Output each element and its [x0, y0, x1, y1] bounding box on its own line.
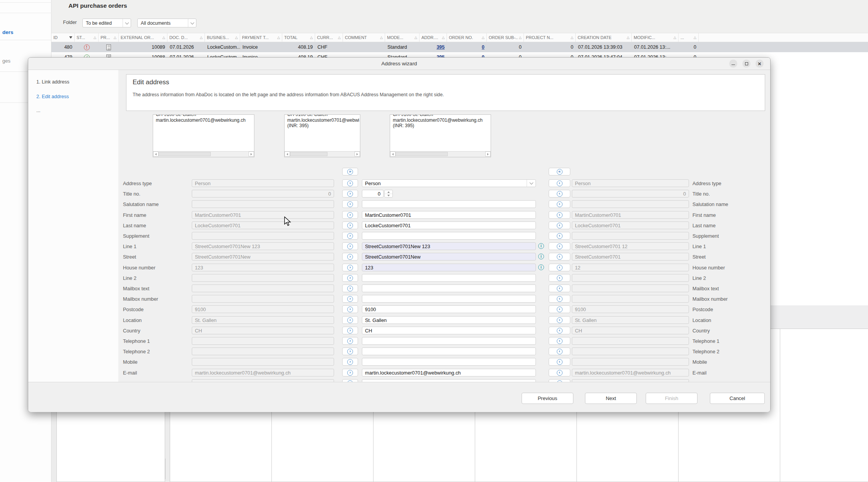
- column-header-comment[interactable]: COMMENT△: [343, 33, 385, 42]
- documents-filter-select[interactable]: All documents: [137, 19, 196, 27]
- copy-right-button[interactable]: ›: [342, 295, 358, 303]
- sidebar-item-purchase-orders[interactable]: ders: [2, 29, 51, 35]
- hscrollbar-thumb[interactable]: [159, 152, 211, 156]
- column-header-more[interactable]: ...△: [679, 33, 699, 42]
- scroll-right-button[interactable]: [355, 152, 360, 157]
- copy-right-button[interactable]: ›: [342, 369, 358, 376]
- copy-right-button[interactable]: ›: [342, 179, 358, 187]
- copy-left-button[interactable]: ‹: [549, 316, 570, 324]
- edit-field[interactable]: [362, 379, 536, 382]
- dialog-titlebar[interactable]: Address wizard ×: [28, 58, 770, 70]
- edit-field[interactable]: StreetCustomer0701New: [362, 253, 536, 261]
- copy-right-button[interactable]: ›: [342, 242, 358, 250]
- edit-field[interactable]: martin.lockecustomer0701@webwirkung.ch: [362, 369, 536, 376]
- cancel-button[interactable]: Cancel: [710, 393, 765, 404]
- hscrollbar-thumb[interactable]: [290, 152, 327, 156]
- copy-left-button[interactable]: ‹: [549, 221, 570, 229]
- copy-right-button[interactable]: ›: [342, 358, 358, 366]
- edit-field[interactable]: 123: [362, 264, 536, 271]
- copy-right-button[interactable]: ›: [342, 284, 358, 292]
- hscrollbar-thumb[interactable]: [396, 152, 448, 156]
- panel-horizontal-scrollbar[interactable]: [390, 151, 491, 157]
- wizard-step-edit-address[interactable]: 2. Edit address: [36, 94, 69, 99]
- copy-left-button[interactable]: ‹: [549, 264, 570, 271]
- copy-left-button[interactable]: ‹: [549, 337, 570, 345]
- copy-right-button[interactable]: ›: [342, 200, 358, 208]
- spinner-down-button[interactable]: [385, 194, 392, 197]
- minimize-button[interactable]: [729, 60, 737, 68]
- copy-left-button[interactable]: ‹: [549, 190, 570, 198]
- chevron-down-icon[interactable]: [527, 180, 535, 187]
- addr-link[interactable]: 395: [437, 55, 445, 57]
- copy-right-button[interactable]: ›: [342, 221, 358, 229]
- column-header-project[interactable]: PROJECT N...△: [524, 33, 576, 42]
- close-button[interactable]: ×: [755, 60, 764, 68]
- copy-right-button[interactable]: ›: [342, 347, 358, 355]
- copy-left-button[interactable]: ‹: [549, 327, 570, 334]
- copy-right-button[interactable]: ›: [342, 327, 358, 334]
- column-header-status[interactable]: ST...△: [75, 33, 99, 42]
- edit-field[interactable]: CH: [362, 327, 536, 334]
- copy-left-button[interactable]: ‹: [549, 379, 570, 382]
- column-header-order_sub[interactable]: ORDER SUB-...△: [487, 33, 524, 42]
- table-row[interactable]: 480!1008907.01.2026LockeCustom...Invoice…: [51, 42, 868, 52]
- order_no-link[interactable]: 0: [482, 55, 484, 57]
- copy-left-button[interactable]: ‹: [549, 295, 570, 303]
- copy-right-button[interactable]: ›: [342, 305, 358, 313]
- column-header-currency[interactable]: CURR...△: [315, 33, 343, 42]
- copy-left-button[interactable]: ‹: [549, 358, 570, 366]
- next-button[interactable]: Next: [585, 393, 637, 404]
- copy-right-button[interactable]: ›: [342, 190, 358, 198]
- copy-left-button[interactable]: ‹: [549, 274, 570, 282]
- column-header-doc_date[interactable]: DOC. D...△: [167, 33, 205, 42]
- scroll-right-button[interactable]: [249, 152, 254, 157]
- edit-field[interactable]: [362, 337, 536, 345]
- edit-field[interactable]: [362, 295, 536, 303]
- scroll-left-button[interactable]: [390, 152, 396, 157]
- panel-horizontal-scrollbar[interactable]: [153, 151, 254, 157]
- column-header-modified[interactable]: MODIFIC...△: [632, 33, 679, 42]
- edit-field[interactable]: MartinCustomer0701: [362, 211, 536, 219]
- wizard-step-more[interactable]: ...: [36, 108, 41, 113]
- addr-link[interactable]: 395: [437, 44, 445, 50]
- copy-all-left-button[interactable]: «: [549, 168, 570, 175]
- panel-horizontal-scrollbar[interactable]: [285, 151, 360, 157]
- copy-left-button[interactable]: ‹: [549, 305, 570, 313]
- number-spinner[interactable]: [384, 190, 393, 198]
- copy-right-button[interactable]: ›: [342, 264, 358, 271]
- column-header-pr[interactable]: PR...△: [99, 33, 119, 42]
- column-header-total[interactable]: TOTAL△: [282, 33, 315, 42]
- edit-field[interactable]: 9100: [362, 305, 536, 313]
- column-header-external_order[interactable]: EXTERNAL OR...△: [119, 33, 167, 42]
- edit-field[interactable]: LockeCustomer0701: [362, 221, 536, 229]
- column-header-business[interactable]: BUSINES...△: [205, 33, 240, 42]
- maximize-button[interactable]: [742, 60, 750, 68]
- column-header-addr[interactable]: ADDR....△: [420, 33, 447, 42]
- copy-right-button[interactable]: ›: [342, 316, 358, 324]
- edit-field[interactable]: [362, 200, 536, 208]
- copy-left-button[interactable]: ‹: [549, 253, 570, 261]
- copy-left-button[interactable]: ‹: [549, 347, 570, 355]
- edit-field[interactable]: Person: [362, 179, 536, 187]
- copy-right-button[interactable]: ›: [342, 232, 358, 240]
- copy-left-button[interactable]: ‹: [549, 179, 570, 187]
- copy-all-right-button[interactable]: »: [342, 168, 358, 175]
- copy-left-button[interactable]: ‹: [549, 284, 570, 292]
- copy-left-button[interactable]: ‹: [549, 211, 570, 219]
- column-header-creation_date[interactable]: CREATION DATE△: [576, 33, 632, 42]
- edit-field[interactable]: [362, 347, 536, 355]
- edit-field[interactable]: [362, 232, 536, 240]
- order_no-link[interactable]: 0: [482, 44, 484, 50]
- scroll-left-button[interactable]: [153, 152, 159, 157]
- copy-right-button[interactable]: ›: [342, 211, 358, 219]
- edit-field[interactable]: St. Gallen: [362, 316, 536, 324]
- column-header-id[interactable]: ID: [51, 33, 75, 42]
- copy-right-button[interactable]: ›: [342, 274, 358, 282]
- copy-right-button[interactable]: ›: [342, 253, 358, 261]
- scroll-left-button[interactable]: [285, 152, 290, 157]
- edit-field[interactable]: 0: [362, 190, 384, 198]
- edit-field[interactable]: [362, 284, 536, 292]
- copy-right-button[interactable]: ›: [342, 379, 358, 382]
- previous-button[interactable]: Previous: [522, 393, 573, 404]
- copy-right-button[interactable]: ›: [342, 337, 358, 345]
